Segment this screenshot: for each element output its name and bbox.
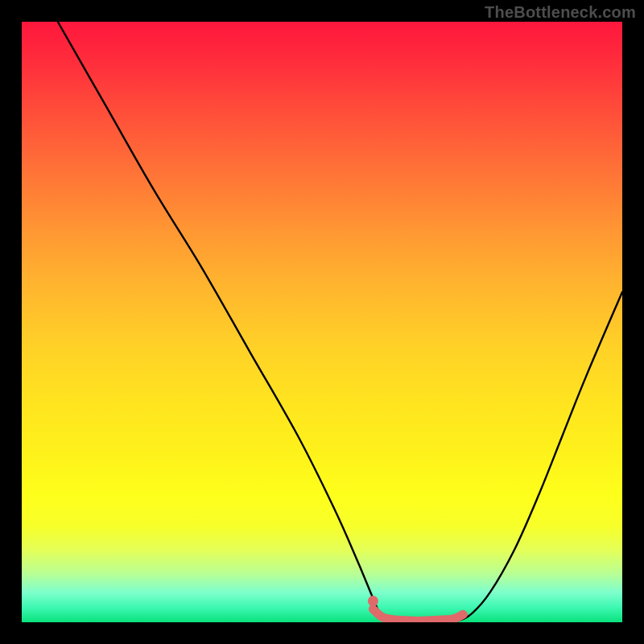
main-curve bbox=[58, 22, 622, 622]
optimal-range-highlight bbox=[373, 609, 463, 621]
watermark-label: TheBottleneck.com bbox=[485, 3, 636, 22]
curve-layer bbox=[22, 22, 622, 622]
plot-area bbox=[22, 22, 622, 622]
bottleneck-curve bbox=[58, 22, 622, 622]
highlight-segment bbox=[368, 596, 463, 621]
highlight-start-dot bbox=[368, 596, 378, 606]
chart-frame: TheBottleneck.com bbox=[0, 0, 644, 644]
